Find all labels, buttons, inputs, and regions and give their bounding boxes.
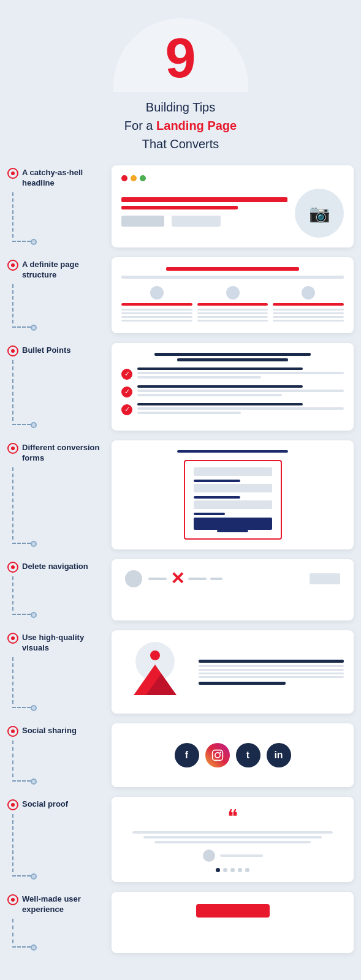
facebook-icon: f <box>175 743 199 767</box>
ux-cta-button[interactable] <box>196 904 270 918</box>
form-field-2 <box>194 484 272 492</box>
section-3-mockup: ✓ ✓ <box>112 343 354 431</box>
section-4-label: Different conversion forms <box>7 443 112 464</box>
section-9-row: Well-made user experience <box>7 892 354 953</box>
vis-dark-2 <box>199 682 286 685</box>
image-icon: 📷 <box>309 203 330 224</box>
section-5-label: Delete navigation <box>7 562 112 573</box>
proof-dot-3[interactable] <box>230 868 235 872</box>
title-line2: For a Landing Page <box>12 116 349 135</box>
nav-line-1 <box>148 578 167 580</box>
bullet-6 <box>7 633 18 644</box>
instagram-svg <box>211 749 224 761</box>
bp-line-2a <box>137 390 344 392</box>
section-3-card: ✓ ✓ <box>112 343 354 431</box>
section-1-text: A catchy-as-hell headline <box>22 168 112 189</box>
title-highlight: Landing Page <box>156 119 237 132</box>
bp-lines-1 <box>137 368 344 380</box>
title-line1: Building Tips <box>12 98 349 116</box>
section-8-label: Social proof <box>7 799 112 810</box>
connector-dot-2 <box>31 325 37 331</box>
section-3-label-panel: Bullet Points <box>7 343 112 431</box>
form-field-3 <box>194 500 272 509</box>
bullet-5 <box>7 562 18 573</box>
structure-top-bar <box>166 267 300 271</box>
bullet-5-inner <box>11 565 15 569</box>
bullet-1 <box>7 168 18 179</box>
connector-dot-1 <box>31 239 37 245</box>
proof-dot-4[interactable] <box>238 868 242 872</box>
bp-line-1b <box>137 376 261 379</box>
section-6-label-panel: Use high-quality visuals <box>7 630 112 714</box>
section-7-label: Social sharing <box>7 726 112 737</box>
title-line3: That Converts <box>12 135 349 153</box>
bp-line-3b <box>137 412 241 414</box>
bp-line-dark-2 <box>137 385 303 388</box>
proof-dots <box>121 868 344 872</box>
struct-circle-2 <box>226 286 240 300</box>
form-sub-line <box>217 530 248 532</box>
proof-dot-1[interactable] <box>216 868 220 872</box>
section-7-text: Social sharing <box>22 726 77 736</box>
bp-line-dark-1 <box>137 368 303 370</box>
section-2-mockup <box>112 257 354 333</box>
nav-mockup: ✕ <box>119 564 346 594</box>
section-9-text: Well-made user experience <box>22 894 112 915</box>
proof-dot-5[interactable] <box>245 868 249 872</box>
connector-dot-4 <box>31 541 37 547</box>
header: 9 Building Tips For a Landing Page That … <box>0 0 361 165</box>
section-4-card <box>112 440 354 549</box>
red-bar-medium <box>121 206 238 209</box>
section-6-text: Use high-quality visuals <box>22 633 112 654</box>
bp-line-2b <box>137 394 282 396</box>
bullet-6-inner <box>11 636 15 640</box>
social-icons: f t in <box>121 733 344 777</box>
bullet-9 <box>7 894 18 905</box>
check-3: ✓ <box>121 404 132 415</box>
bullet-4 <box>7 443 18 454</box>
section-7-label-panel: Social sharing <box>7 723 112 787</box>
vis-gray-4 <box>199 676 344 678</box>
section-1-mockup: 📷 <box>112 165 354 247</box>
nav-lines: ✕ <box>148 570 303 587</box>
form-field-blue-2 <box>194 496 241 499</box>
struct-gray-2 <box>197 309 268 322</box>
proof-avatar-row <box>121 850 344 862</box>
section-8-label-panel: Social proof <box>7 797 112 882</box>
bullet-7 <box>7 726 18 737</box>
form-submit-btn <box>194 518 272 530</box>
section-6: Use high-quality visuals <box>7 630 354 714</box>
browser-dot-yellow <box>131 175 137 181</box>
struct-red-1 <box>121 303 192 306</box>
struct-gray-1 <box>121 309 192 322</box>
page-wrapper: 9 Building Tips For a Landing Page That … <box>0 0 361 980</box>
connector-dot-9 <box>31 944 37 951</box>
proof-name-line <box>220 854 263 857</box>
check-2: ✓ <box>121 386 132 398</box>
section-1-label-panel: A catchy-as-hell headline <box>7 165 112 247</box>
section-2-text: A definite page structure <box>22 260 112 281</box>
section-5-label-panel: Delete navigation <box>7 559 112 620</box>
section-5-card: ✕ <box>112 559 354 620</box>
proof-lines <box>121 831 344 843</box>
section-9-label-panel: Well-made user experience <box>7 892 112 953</box>
nav-cta-rect <box>310 573 340 584</box>
section-8-row: Social proof ❝ <box>7 797 354 882</box>
form-field-blue-1 <box>194 480 241 482</box>
section-5-row: Delete navigation ✕ <box>7 559 354 620</box>
proof-dot-2[interactable] <box>223 868 227 872</box>
section-8-text: Social proof <box>22 799 68 810</box>
red-bar-thick <box>121 197 287 202</box>
section-4-mockup <box>112 440 354 549</box>
struct-col-1 <box>121 286 192 323</box>
section-4-label-panel: Different conversion forms <box>7 440 112 549</box>
header-subtitle: Building Tips For a Landing Page That Co… <box>12 98 349 153</box>
section-3-row: Bullet Points ✓ <box>7 343 354 431</box>
section-5-mockup: ✕ <box>112 559 354 620</box>
section-5: Delete navigation ✕ <box>7 559 354 620</box>
form-field-blue-3 <box>194 513 225 515</box>
bullet-3 <box>7 345 18 356</box>
gray-btn-1 <box>121 216 164 227</box>
vis-gray-3 <box>199 673 344 674</box>
form-card-inner <box>121 450 344 540</box>
